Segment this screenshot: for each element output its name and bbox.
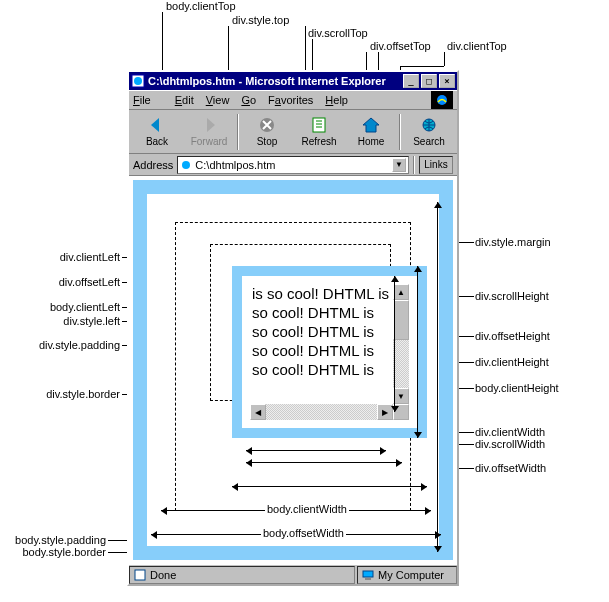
svg-point-1 (134, 77, 142, 85)
back-icon (147, 116, 167, 134)
ie-doc-icon (131, 74, 145, 88)
address-value: C:\dhtmlpos.htm (195, 159, 275, 171)
done-icon (134, 569, 146, 581)
home-icon (361, 116, 381, 134)
status-panel-right: My Computer (357, 566, 457, 584)
close-button[interactable]: × (439, 74, 455, 88)
scrollbar-vertical[interactable]: ▲ ▼ (393, 284, 409, 404)
menu-edit[interactable]: Edit (175, 94, 194, 106)
div-border-region: is so cool! DHTML is so cool! DHTML is s… (232, 266, 427, 438)
separator (413, 156, 415, 174)
callout-div-client-top: div.clientTop (447, 40, 507, 52)
toolbar: Back Forward Stop Refresh Home (129, 110, 457, 154)
browser-window: C:\dhtmlpos.htm - Microsoft Internet Exp… (127, 70, 459, 586)
callout-div-offset-top: div.offsetTop (370, 40, 431, 52)
measure-div-offset-height (417, 266, 418, 438)
svg-rect-9 (365, 578, 371, 580)
ie-logo-icon (431, 91, 453, 109)
scroll-thumb[interactable] (393, 300, 409, 340)
callout-div-client-height: div.clientHeight (475, 356, 549, 368)
home-button[interactable]: Home (347, 112, 395, 152)
status-done-text: Done (150, 569, 176, 581)
callout-body-style-border: body.style.border (0, 546, 106, 558)
leader (400, 66, 444, 67)
callout-div-client-left: div.clientLeft (42, 251, 120, 263)
search-button[interactable]: Search (405, 112, 453, 152)
body-border-region: is so cool! DHTML is so cool! DHTML is s… (133, 180, 453, 560)
maximize-button[interactable]: □ (421, 74, 437, 88)
search-label: Search (413, 136, 445, 147)
callout-div-style-border: div.style.border (32, 388, 120, 400)
measure-div-offset-width (232, 486, 427, 487)
measure-body-client-height (437, 202, 438, 552)
address-dropdown-button[interactable]: ▼ (392, 158, 406, 172)
scroll-down-button[interactable]: ▼ (393, 388, 409, 404)
callout-div-style-top: div.style.top (232, 14, 289, 26)
links-button[interactable]: Links (419, 156, 453, 174)
callout-div-offset-left: div.offsetLeft (42, 276, 120, 288)
refresh-icon (309, 116, 329, 134)
titlebar: C:\dhtmlpos.htm - Microsoft Internet Exp… (129, 72, 457, 90)
scroll-up-button[interactable]: ▲ (393, 284, 409, 300)
forward-label: Forward (191, 136, 228, 147)
forward-button[interactable]: Forward (185, 112, 233, 152)
svg-point-6 (182, 161, 190, 169)
callout-div-client-width: div.clientWidth (475, 426, 545, 438)
callout-div-offset-height: div.offsetHeight (475, 330, 550, 342)
callout-div-scroll-height: div.scrollHeight (475, 290, 549, 302)
refresh-button[interactable]: Refresh (295, 112, 343, 152)
stop-icon (257, 116, 277, 134)
svg-rect-7 (135, 570, 145, 580)
callout-body-style-padding: body.style.padding (0, 534, 106, 546)
callout-div-style-margin: div.style.margin (475, 236, 551, 248)
menu-help[interactable]: Help (325, 94, 348, 106)
callout-div-style-left: div.style.left (50, 315, 120, 327)
toolbar-separator (399, 114, 401, 150)
menu-go[interactable]: Go (241, 94, 256, 106)
search-icon (419, 116, 439, 134)
menu-favorites[interactable]: Favorites (268, 94, 313, 106)
toolbar-separator (237, 114, 239, 150)
back-button[interactable]: Back (133, 112, 181, 152)
svg-rect-8 (363, 571, 373, 577)
callout-body-client-left: body.clientLeft (30, 301, 120, 313)
measure-div-client-height (394, 276, 395, 412)
leader (444, 52, 445, 66)
window-title: C:\dhtmlpos.htm - Microsoft Internet Exp… (148, 75, 386, 87)
status-bar: Done My Computer (129, 564, 457, 584)
callout-div-offset-width: div.offsetWidth (475, 462, 546, 474)
stop-label: Stop (257, 136, 278, 147)
forward-icon (199, 116, 219, 134)
callout-div-scroll-width: div.scrollWidth (475, 438, 545, 450)
menubar: File Edit View Go Favorites Help (129, 90, 457, 110)
address-label: Address (133, 159, 173, 171)
address-field[interactable]: C:\dhtmlpos.htm ▼ (177, 156, 409, 174)
callout-div-scroll-top: div.scrollTop (308, 27, 368, 39)
status-panel-left: Done (129, 566, 355, 584)
refresh-label: Refresh (301, 136, 336, 147)
callout-body-client-height: body.clientHeight (475, 382, 559, 394)
menu-view[interactable]: View (206, 94, 230, 106)
stop-button[interactable]: Stop (243, 112, 291, 152)
div-text-content: is so cool! DHTML is so cool! DHTML is s… (250, 284, 393, 404)
status-zone-text: My Computer (378, 569, 444, 581)
ie-doc-icon (180, 159, 192, 171)
home-label: Home (358, 136, 385, 147)
svg-rect-4 (313, 118, 325, 132)
menu-file[interactable]: File (133, 94, 163, 106)
back-label: Back (146, 136, 168, 147)
computer-icon (362, 569, 374, 581)
div-inner-box: is so cool! DHTML is so cool! DHTML is s… (250, 284, 409, 420)
minimize-button[interactable]: _ (403, 74, 419, 88)
callout-body-client-top: body.clientTop (166, 0, 236, 12)
address-bar: Address C:\dhtmlpos.htm ▼ Links (129, 154, 457, 176)
body-padding-region: is so cool! DHTML is so cool! DHTML is s… (147, 194, 439, 546)
measure-div-scroll-width (246, 462, 402, 463)
callout-div-style-padding: div.style.padding (20, 339, 120, 351)
scrollbar-horizontal[interactable]: ◀ ▶ (250, 404, 409, 420)
measure-div-client-width (246, 450, 386, 451)
body-offset-width-label: body.offsetWidth (261, 527, 346, 539)
browser-content: is so cool! DHTML is so cool! DHTML is s… (129, 176, 457, 564)
body-client-width-label: body.clientWidth (265, 503, 349, 515)
scroll-left-button[interactable]: ◀ (250, 404, 266, 420)
